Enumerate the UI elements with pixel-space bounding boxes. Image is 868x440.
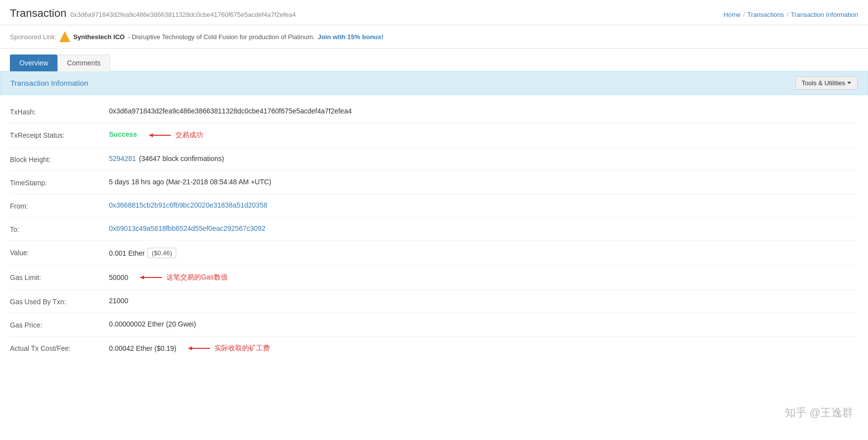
breadcrumb-sep1: / <box>743 11 745 18</box>
sponsor-description: - Disruptive Technology of Cold Fusion f… <box>128 33 315 41</box>
sponsor-name: Synthestech ICO <box>73 33 125 41</box>
label-gas-used: Gas Used By Txn: <box>10 297 109 306</box>
status-success-badge: Success <box>109 130 137 138</box>
timestamp-value: 5 days 18 hrs ago (Mar-21-2018 08:54:48 … <box>109 178 271 186</box>
tab-comments[interactable]: Comments <box>57 55 110 71</box>
breadcrumb: Home / Transactions / Transaction Inform… <box>723 11 858 18</box>
svg-marker-5 <box>188 346 192 350</box>
value-value: 0.001 Ether ($0.46) <box>109 248 858 258</box>
svg-marker-1 <box>149 133 153 137</box>
label-actual-tx-cost: Actual Tx Cost/Fee: <box>10 343 109 352</box>
annotation-success: 交易成功 <box>175 131 203 140</box>
label-from: From: <box>10 201 109 210</box>
arrow-left-icon <box>145 130 172 140</box>
tabs-container: Overview Comments <box>0 49 868 71</box>
row-timestamp: TimeStamp: 5 days 18 hrs ago (Mar-21-201… <box>10 171 858 194</box>
sponsored-bar: Sponsored Link: Synthestech ICO - Disrup… <box>0 25 868 49</box>
page-title: Transaction <box>10 7 66 20</box>
section-title: Transaction Information <box>10 79 88 87</box>
row-txreceipt-status: TxReceipt Status: Success 交易成功 <box>10 123 858 148</box>
breadcrumb-sep2: / <box>786 11 788 18</box>
arrow-left-txcost-icon <box>184 343 211 353</box>
annotation-gas: 这笔交易的Gas数值 <box>166 273 228 282</box>
value-to: 0x69013c49a5818fbb6524d55ef0eac292567c30… <box>109 224 858 232</box>
label-value: Value: <box>10 248 109 257</box>
label-to: To: <box>10 224 109 233</box>
dropdown-caret-icon <box>847 82 851 84</box>
value-gas-price: 0.00000002 Ether (20 Gwei) <box>109 320 858 328</box>
tools-label: Tools & Utilities <box>802 79 845 87</box>
sponsored-label: Sponsored Link: <box>10 33 56 41</box>
label-txhash: TxHash: <box>10 107 109 116</box>
value-block-height: 5294281 (34647 block confirmations) <box>109 155 858 163</box>
tabs: Overview Comments <box>10 55 858 71</box>
row-block-height: Block Height: 5294281 (34647 block confi… <box>10 148 858 171</box>
block-number-link[interactable]: 5294281 <box>109 155 136 163</box>
label-gas-limit: Gas Limit: <box>10 273 109 281</box>
to-address-link[interactable]: 0x69013c49a5818fbb6524d55ef0eac292567c30… <box>109 224 265 232</box>
row-from: From: 0x3668815cb2b91c6fb9bc20020e31838a… <box>10 194 858 218</box>
ether-amount: 0.001 Ether <box>109 249 145 257</box>
row-to: To: 0x69013c49a5818fbb6524d55ef0eac29256… <box>10 218 858 241</box>
breadcrumb-home[interactable]: Home <box>723 11 741 18</box>
value-gas-used: 21000 <box>109 297 858 305</box>
row-actual-tx-cost: Actual Tx Cost/Fee: 0.00042 Ether ($0.19… <box>10 336 858 360</box>
value-timestamp: 5 days 18 hrs ago (Mar-21-2018 08:54:48 … <box>109 178 858 186</box>
txhash-value: 0x3d6a971843d2fea9c486e38663811328dc0cbe… <box>109 107 352 115</box>
row-gas-price: Gas Price: 0.00000002 Ether (20 Gwei) <box>10 313 858 336</box>
label-txreceipt: TxReceipt Status: <box>10 130 109 139</box>
arrow-left-gas-icon <box>136 273 163 282</box>
value-gas-limit: 50000 这笔交易的Gas数值 <box>109 273 858 282</box>
row-value: Value: 0.001 Ether ($0.46) <box>10 241 858 266</box>
svg-marker-3 <box>140 275 144 279</box>
page-header: Transaction 0x3d6a971843d2fea9c486e38663… <box>0 0 868 25</box>
label-gas-price: Gas Price: <box>10 320 109 329</box>
actual-tx-cost-value: 0.00042 Ether ($0.19) <box>109 344 176 352</box>
tools-utilities-button[interactable]: Tools & Utilities <box>795 76 858 90</box>
section-header: Transaction Information Tools & Utilitie… <box>0 71 868 95</box>
title-area: Transaction 0x3d6a971843d2fea9c486e38663… <box>10 7 296 20</box>
usd-badge: ($0.46) <box>148 248 176 258</box>
info-table: TxHash: 0x3d6a971843d2fea9c486e386638113… <box>0 95 868 365</box>
value-actual-tx-cost: 0.00042 Ether ($0.19) 实际收取的矿工费 <box>109 343 858 353</box>
tab-overview[interactable]: Overview <box>10 55 57 71</box>
sponsor-logo-icon <box>59 31 70 42</box>
block-confirmations: (34647 block confirmations) <box>139 155 224 163</box>
gas-limit-value: 50000 <box>109 274 128 281</box>
value-txreceipt: Success 交易成功 <box>109 130 858 140</box>
gas-price-value: 0.00000002 Ether (20 Gwei) <box>109 320 196 328</box>
value-txhash: 0x3d6a971843d2fea9c486e38663811328dc0cbe… <box>109 107 858 115</box>
sponsor-link[interactable]: Join with 15% bonus! <box>318 33 384 41</box>
gas-used-value: 21000 <box>109 297 128 305</box>
breadcrumb-current: Transaction Information <box>791 11 858 18</box>
value-from: 0x3668815cb2b91c6fb9bc20020e31838a51d203… <box>109 201 858 209</box>
tx-hash-title: 0x3d6a971843d2fea9c486e38663811328dc0cbe… <box>70 11 296 18</box>
row-gas-used: Gas Used By Txn: 21000 <box>10 290 858 313</box>
label-timestamp: TimeStamp: <box>10 178 109 187</box>
from-address-link[interactable]: 0x3668815cb2b91c6fb9bc20020e31838a51d203… <box>109 201 267 209</box>
breadcrumb-transactions[interactable]: Transactions <box>747 11 784 18</box>
label-block-height: Block Height: <box>10 155 109 164</box>
annotation-tx-cost: 实际收取的矿工费 <box>214 344 270 353</box>
row-txhash: TxHash: 0x3d6a971843d2fea9c486e386638113… <box>10 100 858 123</box>
row-gas-limit: Gas Limit: 50000 这笔交易的Gas数值 <box>10 266 858 290</box>
